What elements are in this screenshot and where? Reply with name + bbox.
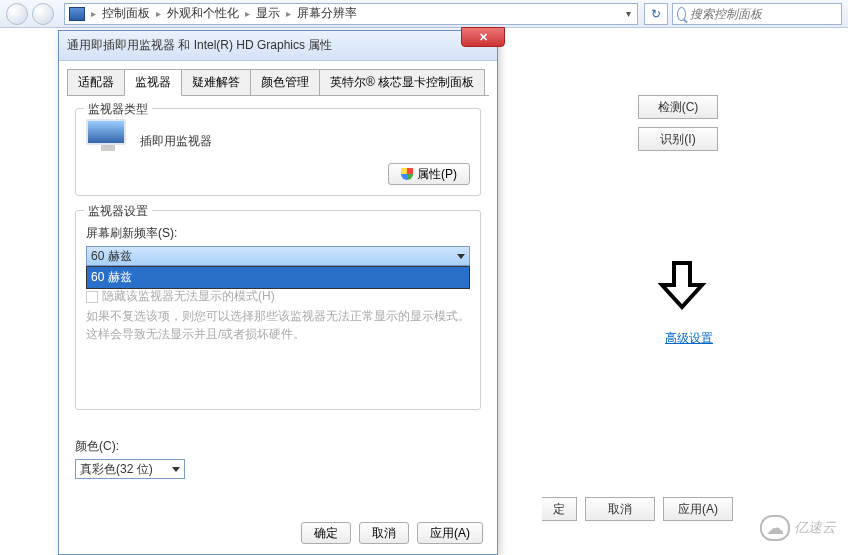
watermark-text: 亿速云 (794, 519, 836, 537)
properties-button[interactable]: 属性(P) (388, 163, 470, 185)
annotation-arrow-down-2 (655, 258, 709, 312)
color-row: 颜色(C): 真彩色(32 位) (75, 438, 481, 479)
monitor-settings-group: 监视器设置 屏幕刷新频率(S): 60 赫兹 60 赫兹 隐藏该监视器无法显示的… (75, 210, 481, 410)
advanced-settings-link[interactable]: 高级设置 (665, 330, 713, 347)
monitor-settings-label: 监视器设置 (84, 203, 152, 220)
refresh-rate-label: 屏幕刷新频率(S): (86, 225, 470, 242)
properties-button-label: 属性(P) (417, 166, 457, 183)
identify-button[interactable]: 识别(I) (638, 127, 718, 151)
breadcrumb-dropdown-icon[interactable]: ▾ (620, 8, 637, 19)
monitor-properties-dialog: 通用即插即用监视器 和 Intel(R) HD Graphics 属性 ✕ 适配… (58, 30, 498, 555)
crumb-control-panel[interactable]: 控制面板 (98, 5, 154, 22)
monitor-name: 插即用监视器 (140, 119, 212, 150)
crumb-appearance[interactable]: 外观和个性化 (163, 5, 243, 22)
color-label: 颜色(C): (75, 438, 481, 455)
hide-modes-row: 隐藏该监视器无法显示的模式(H) (86, 288, 470, 305)
tab-troubleshoot[interactable]: 疑难解答 (181, 69, 251, 95)
bg-cancel-button[interactable]: 取消 (585, 497, 655, 521)
dialog-button-row: 确定 取消 应用(A) (301, 522, 483, 544)
tab-intel-graphics[interactable]: 英特尔® 核芯显卡控制面板 (319, 69, 485, 95)
bg-ok-button[interactable]: 定 (542, 497, 577, 521)
search-input[interactable] (690, 7, 841, 21)
search-icon (677, 7, 686, 21)
chevron-right-icon: ▸ (89, 8, 98, 19)
ok-button[interactable]: 确定 (301, 522, 351, 544)
hide-modes-checkbox[interactable] (86, 291, 98, 303)
chevron-right-icon: ▸ (284, 8, 293, 19)
search-box[interactable] (672, 3, 842, 25)
apply-button[interactable]: 应用(A) (417, 522, 483, 544)
dialog-titlebar[interactable]: 通用即插即用监视器 和 Intel(R) HD Graphics 属性 ✕ (59, 31, 497, 61)
refresh-rate-value: 60 赫兹 (91, 248, 132, 265)
crumb-display[interactable]: 显示 (252, 5, 284, 22)
dialog-tabs: 适配器 监视器 疑难解答 颜色管理 英特尔® 核芯显卡控制面板 (67, 69, 489, 96)
monitor-type-group: 监视器类型 插即用监视器 属性(P) (75, 108, 481, 196)
breadcrumb-box[interactable]: ▸ 控制面板 ▸ 外观和个性化 ▸ 显示 ▸ 屏幕分辨率 ▾ (64, 3, 638, 25)
nav-back-forward (0, 3, 60, 25)
chevron-down-icon (172, 467, 180, 472)
control-panel-icon (69, 7, 85, 21)
cancel-button[interactable]: 取消 (359, 522, 409, 544)
monitor-icon (86, 119, 130, 155)
refresh-icon: ↻ (651, 7, 661, 21)
dialog-content: 监视器类型 插即用监视器 属性(P) 监视器设置 屏幕刷新频率(S): 60 赫… (59, 96, 497, 491)
refresh-rate-select[interactable]: 60 赫兹 60 赫兹 (86, 246, 470, 266)
dialog-title: 通用即插即用监视器 和 Intel(R) HD Graphics 属性 (67, 37, 332, 54)
hide-modes-help: 如果不复选该项，则您可以选择那些该监视器无法正常显示的显示模式。这样会导致无法显… (86, 307, 470, 343)
hide-modes-label: 隐藏该监视器无法显示的模式(H) (102, 288, 275, 305)
close-button[interactable]: ✕ (461, 27, 505, 47)
chevron-right-icon: ▸ (154, 8, 163, 19)
refresh-rate-dropdown: 60 赫兹 (86, 266, 470, 289)
watermark: ☁ 亿速云 (760, 515, 836, 541)
cloud-icon: ☁ (760, 515, 790, 541)
detect-button[interactable]: 检测(C) (638, 95, 718, 119)
refresh-rate-option[interactable]: 60 赫兹 (87, 267, 469, 288)
address-bar: ▸ 控制面板 ▸ 外观和个性化 ▸ 显示 ▸ 屏幕分辨率 ▾ ↻ (0, 0, 848, 28)
back-button[interactable] (6, 3, 28, 25)
chevron-down-icon (457, 254, 465, 259)
color-value: 真彩色(32 位) (80, 461, 153, 478)
crumb-resolution[interactable]: 屏幕分辨率 (293, 5, 361, 22)
color-select[interactable]: 真彩色(32 位) (75, 459, 185, 479)
bg-side-buttons: 检测(C) 识别(I) (638, 95, 718, 151)
tab-monitor[interactable]: 监视器 (124, 69, 182, 96)
forward-button[interactable] (32, 3, 54, 25)
bg-apply-button[interactable]: 应用(A) (663, 497, 733, 521)
bg-bottom-buttons: 定 取消 应用(A) (542, 497, 733, 521)
chevron-right-icon: ▸ (243, 8, 252, 19)
tab-color-management[interactable]: 颜色管理 (250, 69, 320, 95)
shield-icon (401, 168, 413, 180)
monitor-type-label: 监视器类型 (84, 101, 152, 118)
tab-adapter[interactable]: 适配器 (67, 69, 125, 95)
refresh-button[interactable]: ↻ (644, 3, 668, 25)
